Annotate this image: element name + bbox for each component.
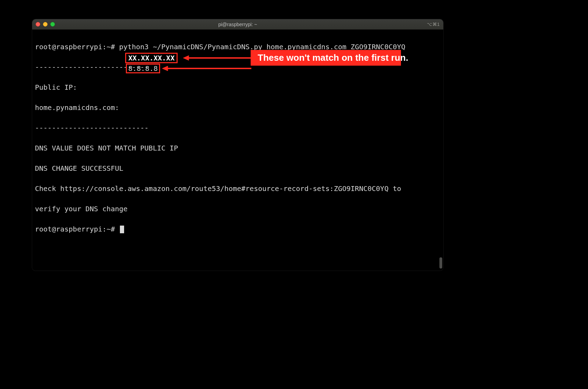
domain-label: home.pynamicdns.com: <box>35 103 119 112</box>
divider: --------------------------- <box>35 123 440 133</box>
success-message: DNS CHANGE SUCCESSFUL <box>35 163 440 174</box>
scrollbar-thumb[interactable] <box>439 257 442 269</box>
public-ip-label: Public IP: <box>35 83 77 91</box>
cursor <box>120 226 124 233</box>
mismatch-message: DNS VALUE DOES NOT MATCH PUBLIC IP <box>35 143 440 153</box>
close-button[interactable] <box>36 22 40 27</box>
annotation-callout: These won't match on the first run. <box>251 50 401 66</box>
verify-message-line2: verify your DNS change <box>35 204 440 214</box>
terminal-window: pi@raspberrypi: ~ ⌥⌘1 root@raspberrypi:~… <box>32 19 443 271</box>
domain-value-highlight: 8.8.8.8 <box>126 64 160 73</box>
window-title: pi@raspberrypi: ~ <box>32 22 443 27</box>
prompt: root@raspberrypi:~# <box>35 43 119 51</box>
terminal-body[interactable]: root@raspberrypi:~# python3 ~/PynamicDNS… <box>32 30 443 271</box>
arrow-icon <box>183 55 251 61</box>
public-ip-value-highlight: XX.XX.XX.XX <box>125 53 178 63</box>
arrow-icon <box>162 65 251 72</box>
minimize-button[interactable] <box>43 22 48 27</box>
traffic-lights <box>36 22 55 27</box>
verify-message-line1: Check https://console.aws.amazon.com/rou… <box>35 184 440 194</box>
svg-marker-3 <box>162 66 168 71</box>
window-shortcut-hint: ⌥⌘1 <box>427 22 440 27</box>
domain-value: 8.8.8.8 <box>128 64 158 74</box>
maximize-button[interactable] <box>50 22 55 27</box>
svg-marker-1 <box>183 56 189 60</box>
public-ip-value: XX.XX.XX.XX <box>128 53 174 63</box>
title-bar: pi@raspberrypi: ~ ⌥⌘1 <box>32 19 443 30</box>
prompt: root@raspberrypi:~# <box>35 225 119 233</box>
